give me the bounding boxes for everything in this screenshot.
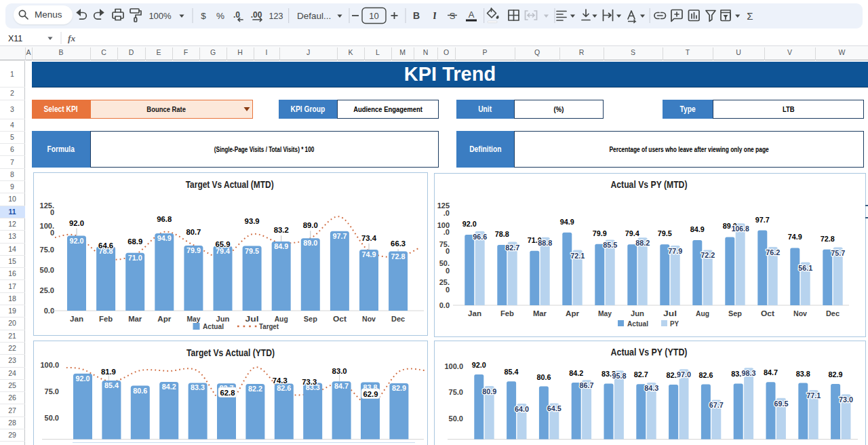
svg-text:X11: X11 — [8, 34, 22, 43]
svg-text:50.0: 50.0 — [449, 414, 463, 423]
svg-text:0: 0 — [446, 286, 450, 294]
svg-text:72.1: 72.1 — [570, 252, 585, 260]
svg-text:fx: fx — [68, 33, 75, 43]
svg-text:68.9: 68.9 — [127, 237, 142, 246]
svg-text:79.9: 79.9 — [593, 229, 607, 237]
svg-text:75.0: 75.0 — [40, 246, 54, 254]
svg-text:82.2: 82.2 — [248, 385, 262, 393]
svg-text:86.7: 86.7 — [580, 381, 594, 389]
svg-text:$: $ — [201, 11, 206, 21]
svg-text:May: May — [186, 315, 201, 323]
svg-text:82.6: 82.6 — [277, 384, 291, 392]
svg-text:80.6: 80.6 — [133, 387, 147, 395]
svg-text:Target Vs Actual (YTD): Target Vs Actual (YTD) — [186, 347, 275, 358]
svg-text:73.0: 73.0 — [839, 395, 853, 404]
svg-text:73.4: 73.4 — [361, 234, 377, 242]
svg-text:82.9: 82.9 — [392, 384, 406, 392]
svg-text:66.3: 66.3 — [391, 239, 406, 248]
svg-text:79.4: 79.4 — [625, 229, 640, 237]
svg-text:0.0: 0.0 — [439, 301, 450, 309]
svg-text:100%: 100% — [149, 11, 172, 21]
svg-text:75.7: 75.7 — [831, 249, 845, 257]
svg-text:85.4: 85.4 — [104, 381, 119, 389]
svg-text:94.9: 94.9 — [157, 234, 172, 242]
svg-text:79.5: 79.5 — [245, 247, 259, 255]
svg-text:84.2: 84.2 — [569, 369, 583, 377]
svg-text:76.2: 76.2 — [766, 248, 780, 256]
svg-text:Σ: Σ — [747, 10, 753, 22]
svg-text:Jan: Jan — [468, 309, 481, 317]
svg-text:88.2: 88.2 — [635, 239, 650, 247]
svg-text:85.4: 85.4 — [505, 368, 519, 376]
svg-text:62.8: 62.8 — [220, 389, 235, 397]
svg-text:50.0: 50.0 — [40, 266, 54, 274]
svg-text:Jul: Jul — [245, 315, 259, 323]
svg-text:77.1: 77.1 — [806, 391, 821, 400]
svg-text:67.7: 67.7 — [709, 401, 724, 409]
svg-text:0: 0 — [446, 247, 450, 255]
svg-text:Jul: Jul — [663, 309, 677, 317]
svg-text:Target Vs Actual (MTD): Target Vs Actual (MTD) — [186, 178, 274, 190]
svg-text:82.7: 82.7 — [634, 370, 648, 379]
svg-text:96.8: 96.8 — [157, 215, 172, 223]
svg-text:Dec: Dec — [826, 309, 840, 317]
svg-text:May: May — [598, 309, 612, 317]
svg-text:84.7: 84.7 — [764, 368, 778, 376]
svg-text:.0: .0 — [443, 228, 450, 236]
svg-text:82.7: 82.7 — [505, 244, 519, 252]
svg-text:62.9: 62.9 — [363, 390, 378, 398]
svg-text:25.0: 25.0 — [40, 286, 54, 294]
svg-text:83.8: 83.8 — [796, 370, 810, 378]
svg-text:.0: .0 — [443, 209, 450, 217]
svg-text:84.9: 84.9 — [690, 225, 705, 233]
svg-text:92.0: 92.0 — [69, 219, 84, 227]
svg-text:77.9: 77.9 — [668, 247, 682, 255]
svg-text:Nov: Nov — [362, 315, 376, 323]
svg-text:64.6: 64.6 — [98, 241, 113, 250]
svg-text:97.7: 97.7 — [755, 216, 770, 224]
svg-text:93.9: 93.9 — [245, 217, 260, 225]
svg-text:Feb: Feb — [500, 309, 514, 317]
svg-text:85.5: 85.5 — [603, 241, 617, 249]
svg-text:72.8: 72.8 — [391, 252, 406, 260]
svg-text:Target: Target — [259, 322, 279, 330]
svg-text:Jan: Jan — [70, 315, 83, 323]
svg-text:0: 0 — [50, 208, 54, 216]
svg-text:83.0: 83.0 — [332, 367, 347, 375]
svg-text:123: 123 — [269, 12, 283, 21]
svg-text:74.9: 74.9 — [788, 233, 802, 241]
svg-text:Mar: Mar — [128, 315, 142, 323]
svg-text:PY: PY — [670, 320, 679, 328]
svg-text:100.0: 100.0 — [444, 362, 463, 370]
svg-text:74.3: 74.3 — [273, 376, 288, 385]
svg-text:92.0: 92.0 — [472, 361, 486, 369]
svg-text:10: 10 — [369, 11, 378, 21]
svg-text:Dec: Dec — [391, 315, 406, 323]
svg-text:88.8: 88.8 — [538, 239, 552, 247]
svg-text:Apr: Apr — [157, 315, 172, 323]
svg-text:64.5: 64.5 — [547, 404, 561, 412]
svg-text:56.1: 56.1 — [798, 264, 812, 272]
svg-text:82.9: 82.9 — [829, 370, 843, 379]
svg-text:80.7: 80.7 — [186, 228, 201, 236]
svg-text:84.2: 84.2 — [162, 383, 176, 391]
svg-text:72.8: 72.8 — [821, 235, 835, 243]
svg-text:89.0: 89.0 — [303, 221, 318, 229]
svg-text:Defaul...: Defaul... — [297, 11, 331, 21]
svg-text:82.6: 82.6 — [698, 371, 713, 379]
svg-text:Feb: Feb — [99, 315, 113, 323]
svg-text:B: B — [413, 10, 420, 21]
svg-text:73.3: 73.3 — [302, 378, 317, 386]
svg-text:92.0: 92.0 — [462, 220, 477, 228]
svg-text:Nov: Nov — [793, 309, 808, 317]
svg-text:Sep: Sep — [304, 315, 317, 323]
svg-text:65.9: 65.9 — [216, 240, 231, 248]
svg-text:Actual Vs PY (YTD): Actual Vs PY (YTD) — [611, 346, 688, 357]
svg-text:0: 0 — [50, 229, 54, 237]
svg-text:50.0: 50.0 — [45, 414, 59, 422]
svg-text:72.2: 72.2 — [701, 251, 715, 259]
svg-text:0: 0 — [446, 267, 450, 275]
svg-text:Actual Vs PY (MTD): Actual Vs PY (MTD) — [611, 178, 688, 190]
svg-text:74.9: 74.9 — [362, 250, 376, 258]
svg-text:Aug: Aug — [696, 309, 709, 317]
